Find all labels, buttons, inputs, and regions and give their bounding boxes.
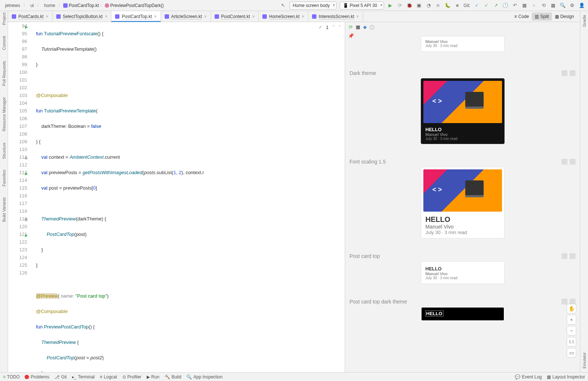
tab-articlescreen[interactable]: ArticleScreen.kt× bbox=[161, 11, 211, 22]
animation-preview-icon[interactable] bbox=[570, 159, 576, 165]
close-icon[interactable]: × bbox=[105, 14, 107, 19]
bb-appinspection[interactable]: 🔍 App Inspection bbox=[186, 374, 222, 380]
run-gutter-icon[interactable]: ▶ bbox=[24, 231, 28, 236]
tab-homescreen[interactable]: HomeScreen.kt× bbox=[259, 11, 308, 22]
breadcrumb: jetnews 〉 ui 〉 home 〉 PostCardTop.kt 〉 P… bbox=[3, 2, 164, 9]
rail-pull-requests[interactable]: Pull Requests bbox=[2, 61, 6, 86]
code-area[interactable]: fun TutorialPreviewFontscale() { Tutoria… bbox=[34, 22, 345, 372]
inspection-ok-icon[interactable]: ✓ bbox=[319, 24, 322, 31]
rail-resource-manager[interactable]: Resource Manager bbox=[2, 97, 6, 132]
pin-icon[interactable]: 📌 bbox=[348, 33, 354, 39]
pan-icon[interactable]: ✋ bbox=[567, 304, 576, 313]
preview-card-postcardtop[interactable]: HELLO Manuel Vivo July 30 · 3 min read bbox=[421, 261, 505, 284]
breadcrumb-function[interactable]: PreviewPostCardTopDark() bbox=[105, 3, 164, 8]
profile-icon[interactable]: ◔ bbox=[425, 2, 432, 9]
view-design-button[interactable]: ▦ Design bbox=[552, 12, 577, 21]
rail-emulator[interactable]: Emulator bbox=[582, 352, 587, 369]
prev-highlight-icon[interactable]: ˄ bbox=[332, 24, 335, 31]
preview-card-partial[interactable]: Manuel Vivo July 30 · 3 min read bbox=[421, 36, 505, 52]
close-icon[interactable]: × bbox=[204, 14, 207, 19]
tab-interestsscreen[interactable]: InterestsScreen.kt× bbox=[308, 11, 363, 22]
preview-card-fontscale[interactable]: HELLO Manuel Vivo July 30 · 3 min read bbox=[421, 167, 505, 238]
gear-gutter-icon[interactable]: ⚙ bbox=[24, 216, 28, 220]
run-icon[interactable]: ▶ bbox=[387, 2, 394, 9]
tab-postcardtop[interactable]: PostCardTop.kt× bbox=[111, 11, 161, 22]
tab-postcards[interactable]: PostCards.kt× bbox=[8, 11, 53, 22]
history-icon[interactable]: 🕐 bbox=[502, 2, 509, 9]
sync-icon[interactable]: ⟲ bbox=[540, 2, 547, 9]
bb-logcat[interactable]: ≡ Logcat bbox=[100, 374, 117, 380]
animation-preview-icon[interactable] bbox=[570, 70, 576, 76]
vcs-commit-icon[interactable]: ✓ bbox=[483, 2, 490, 9]
breadcrumb-folder-1[interactable]: ui bbox=[28, 2, 36, 9]
deploy-preview-icon[interactable] bbox=[562, 70, 567, 76]
coverage-icon[interactable]: ▣ bbox=[416, 2, 422, 9]
bb-profiler[interactable]: ⊙ Profiler bbox=[122, 374, 141, 380]
back-icon[interactable]: ↖ bbox=[280, 2, 287, 9]
gear-gutter-icon[interactable]: ⚙ bbox=[24, 154, 28, 159]
run-config-dropdown[interactable]: Home screen body bbox=[290, 1, 337, 10]
rail-commit[interactable]: Commit bbox=[2, 36, 6, 50]
rail-structure[interactable]: Structure bbox=[2, 143, 6, 159]
sdk-icon[interactable]: ▫ bbox=[531, 2, 537, 9]
close-icon[interactable]: × bbox=[302, 14, 304, 19]
rail-build-variants[interactable]: Build Variants bbox=[2, 197, 6, 222]
bb-problems[interactable]: Problems bbox=[25, 374, 49, 380]
code-editor[interactable]: ✓ 1 ˄ ˅ 94▶95969798991001011021031041051… bbox=[8, 22, 345, 372]
settings-icon[interactable]: ⚙ bbox=[569, 2, 576, 9]
bb-layoutinspector[interactable]: ▦ Layout Inspector bbox=[547, 374, 585, 380]
info-icon[interactable]: ⓘ bbox=[370, 24, 374, 31]
vcs-push-icon[interactable]: ↗ bbox=[492, 2, 499, 9]
zoom-in-icon[interactable]: + bbox=[567, 315, 576, 324]
bb-todo[interactable]: ≡TODO bbox=[3, 374, 19, 380]
rail-favorites[interactable]: Favorites bbox=[2, 170, 6, 186]
animation-preview-icon[interactable] bbox=[570, 253, 576, 259]
editor-tabs: PostCards.kt× SelectTopicButton.kt× Post… bbox=[8, 11, 580, 22]
next-highlight-icon[interactable]: ˅ bbox=[338, 24, 341, 31]
tab-selecttopicbutton[interactable]: SelectTopicButton.kt× bbox=[53, 11, 112, 22]
view-mode-switch: ≡ Code ▥ Split ▦ Design bbox=[512, 11, 580, 22]
structure-icon[interactable]: ▦ bbox=[550, 2, 556, 9]
stop-icon[interactable]: ■ bbox=[454, 2, 460, 9]
tab-postcontent[interactable]: PostContent.kt× bbox=[211, 11, 259, 22]
bb-eventlog[interactable]: 💬 Event Log bbox=[515, 374, 542, 380]
apply-changes-icon[interactable]: ⟳ bbox=[397, 2, 403, 9]
interactive-icon[interactable]: ▦ bbox=[356, 24, 360, 31]
rail-project[interactable]: Project bbox=[2, 12, 6, 25]
close-icon[interactable]: × bbox=[154, 14, 157, 19]
breadcrumb-folder-2[interactable]: home bbox=[42, 2, 57, 9]
debug-icon[interactable]: 🐞 bbox=[406, 2, 413, 9]
deploy-preview-icon[interactable] bbox=[562, 159, 567, 165]
refresh-icon[interactable]: ⟳ bbox=[349, 24, 353, 31]
bb-git[interactable]: ⎇ Git bbox=[54, 374, 67, 380]
zoom-out-icon[interactable]: − bbox=[567, 326, 576, 335]
layers-icon[interactable]: ◆ bbox=[363, 24, 367, 31]
view-split-button[interactable]: ▥ Split bbox=[532, 12, 552, 21]
rail-gradle[interactable]: Gradle bbox=[582, 15, 587, 27]
zoom-fit-icon[interactable]: ▭ bbox=[567, 348, 576, 357]
attach-icon[interactable]: ⎋ bbox=[435, 2, 441, 9]
deploy-preview-icon[interactable] bbox=[562, 253, 567, 259]
preview-card-postcardtopdark[interactable]: HELLO bbox=[421, 307, 505, 321]
inspection-count[interactable]: 1 bbox=[326, 24, 329, 31]
search-icon[interactable]: 🔍 bbox=[559, 2, 566, 9]
run-gutter-icon[interactable]: ▶ bbox=[24, 23, 28, 28]
bb-build[interactable]: 🔨 Build bbox=[165, 374, 182, 380]
preview-card-dark[interactable]: HELLO Manuel Vivo July 30 · 3 min read bbox=[421, 78, 505, 144]
close-icon[interactable]: × bbox=[46, 14, 49, 19]
zoom-1to1[interactable]: 1:1 bbox=[567, 337, 576, 346]
android-debug-icon[interactable]: 🐛 bbox=[444, 2, 451, 9]
bb-terminal[interactable]: ▸_ Terminal bbox=[72, 374, 95, 380]
close-icon[interactable]: × bbox=[356, 14, 359, 19]
breadcrumb-project[interactable]: jetnews bbox=[3, 2, 22, 9]
view-code-button[interactable]: ≡ Code bbox=[512, 12, 532, 21]
device-dropdown[interactable]: 📱 Pixel 5 API 30 bbox=[340, 1, 384, 10]
run-gutter-icon[interactable]: ▶ bbox=[24, 170, 28, 174]
bb-run[interactable]: ▶ Run bbox=[147, 374, 159, 380]
vcs-update-icon[interactable]: ✓ bbox=[473, 2, 480, 9]
user-icon[interactable]: 👤 bbox=[578, 2, 585, 9]
avd-icon[interactable]: ▦ bbox=[521, 2, 528, 9]
rollback-icon[interactable]: ↶ bbox=[512, 2, 518, 9]
breadcrumb-file[interactable]: PostCardTop.kt bbox=[63, 3, 99, 8]
close-icon[interactable]: × bbox=[252, 14, 255, 19]
